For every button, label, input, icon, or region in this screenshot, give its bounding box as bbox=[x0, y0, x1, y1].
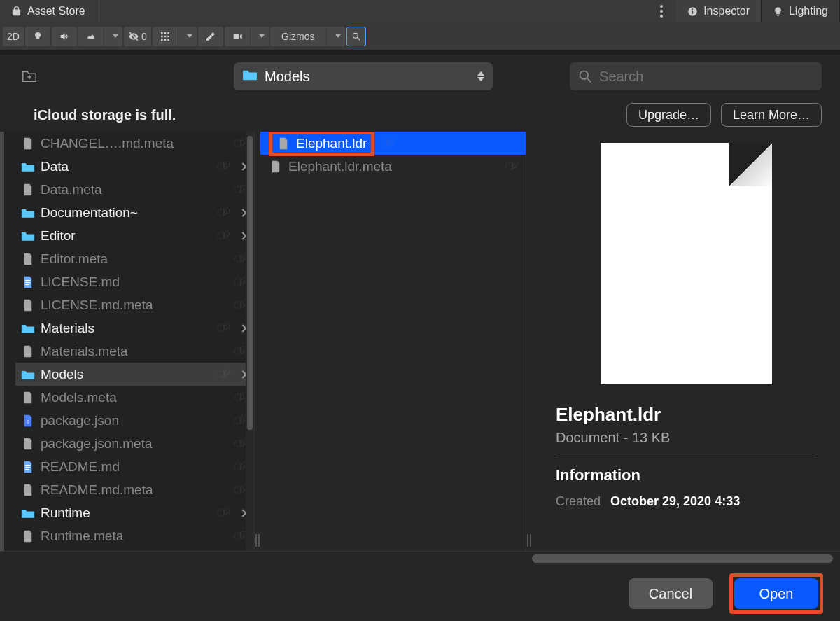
gizmos-button[interactable]: Gizmos bbox=[270, 27, 326, 46]
column-2[interactable]: Elephant.ldrElephant.ldr.meta bbox=[260, 132, 526, 551]
svg-point-53 bbox=[218, 370, 227, 377]
new-folder-button[interactable] bbox=[18, 66, 41, 87]
file-row[interactable]: Elephant.ldr.meta bbox=[260, 155, 526, 178]
audio-icon[interactable] bbox=[52, 27, 77, 46]
tab-asset-store[interactable]: Asset Store bbox=[0, 0, 97, 22]
horizontal-scrollbar[interactable] bbox=[0, 551, 840, 566]
tools-icon[interactable] bbox=[198, 27, 223, 46]
tab-lighting[interactable]: Lighting bbox=[762, 0, 840, 22]
folder-icon bbox=[242, 69, 258, 84]
file-row[interactable]: Elephant.ldr bbox=[260, 132, 526, 155]
svg-point-27 bbox=[224, 231, 230, 237]
svg-point-54 bbox=[224, 370, 230, 375]
highlight-box: Elephant.ldr bbox=[269, 132, 374, 156]
svg-point-18 bbox=[234, 186, 244, 192]
file-name: Elephant.ldr.meta bbox=[288, 159, 499, 174]
btn-2d[interactable]: 2D bbox=[3, 27, 24, 46]
cloud-alert-icon bbox=[505, 159, 520, 174]
open-button[interactable]: Open bbox=[734, 578, 818, 609]
file-row[interactable]: README.md bbox=[15, 455, 254, 478]
cloud-alert-icon bbox=[216, 367, 232, 382]
svg-point-40 bbox=[240, 283, 241, 284]
svg-point-33 bbox=[240, 260, 241, 261]
grid-dropdown[interactable] bbox=[178, 27, 197, 46]
folder-icon bbox=[21, 507, 35, 519]
file-row[interactable]: Editor bbox=[15, 224, 254, 247]
cloud-alert-icon bbox=[216, 205, 232, 221]
file-icon bbox=[21, 137, 35, 150]
fx-dropdown[interactable] bbox=[104, 27, 122, 46]
tab-inspector[interactable]: Inspector bbox=[676, 0, 762, 22]
cancel-button[interactable]: Cancel bbox=[629, 578, 713, 609]
file-row[interactable]: {}package.json bbox=[15, 409, 254, 432]
file-name: Editor bbox=[41, 228, 211, 244]
file-name: package.json.meta bbox=[41, 436, 227, 452]
file-name: CHANGEL….md.meta bbox=[41, 136, 227, 151]
svg-point-22 bbox=[218, 209, 227, 215]
column-resize-grip[interactable] bbox=[255, 132, 260, 551]
svg-point-81 bbox=[218, 509, 227, 515]
learn-more-button[interactable]: Learn More… bbox=[721, 103, 822, 127]
file-row[interactable]: Data.meta bbox=[15, 178, 254, 201]
svg-text:{}: {} bbox=[27, 419, 29, 424]
upgrade-button[interactable]: Upgrade… bbox=[626, 103, 711, 127]
svg-point-29 bbox=[223, 237, 225, 238]
file-row[interactable]: Runtime bbox=[15, 501, 254, 524]
scrollbar[interactable] bbox=[246, 132, 254, 551]
file-name: package.json bbox=[41, 413, 227, 428]
svg-rect-35 bbox=[25, 282, 31, 283]
file-icon bbox=[21, 461, 35, 473]
file-name: Data.meta bbox=[41, 182, 227, 197]
folder-icon bbox=[21, 207, 35, 219]
file-row[interactable]: Documentation~ bbox=[15, 201, 254, 224]
search-input[interactable] bbox=[599, 69, 813, 85]
file-row[interactable]: package.json.meta bbox=[15, 432, 254, 455]
file-preview-icon bbox=[601, 143, 772, 384]
svg-point-30 bbox=[234, 255, 244, 261]
file-row[interactable]: LICENSE.md bbox=[15, 270, 254, 293]
file-row[interactable]: Models bbox=[15, 363, 254, 386]
svg-point-49 bbox=[234, 347, 244, 354]
file-row[interactable]: README.md.meta bbox=[15, 478, 254, 501]
column-resize-grip[interactable] bbox=[526, 132, 532, 551]
file-row[interactable]: Editor.meta bbox=[15, 247, 254, 270]
camera-dropdown[interactable] bbox=[251, 27, 269, 46]
icloud-full-bar: iCloud storage is full. Upgrade… Learn M… bbox=[0, 98, 840, 132]
kebab-icon[interactable] bbox=[655, 5, 668, 18]
file-row[interactable]: CHANGEL….md.meta bbox=[15, 132, 254, 155]
svg-point-37 bbox=[234, 278, 244, 284]
file-row[interactable]: Data bbox=[15, 155, 254, 178]
fx-icon[interactable] bbox=[78, 27, 104, 46]
file-row[interactable]: Materials bbox=[15, 316, 254, 340]
bag-icon bbox=[11, 6, 22, 17]
file-icon bbox=[276, 137, 290, 150]
file-row[interactable]: Materials.meta bbox=[15, 340, 254, 363]
svg-point-21 bbox=[240, 190, 241, 192]
svg-point-26 bbox=[218, 232, 227, 238]
search-field[interactable] bbox=[570, 62, 822, 90]
column-1[interactable]: CHANGEL….md.metaDataData.metaDocumentati… bbox=[0, 132, 255, 551]
file-name: Editor.meta bbox=[41, 251, 227, 267]
hidden-toggle[interactable]: 0 bbox=[124, 27, 151, 46]
grid-icon[interactable] bbox=[153, 27, 178, 46]
svg-point-94 bbox=[512, 162, 518, 167]
lightbulb-icon[interactable] bbox=[25, 27, 50, 46]
preview-column: Elephant.ldr Document - 13 KB Informatio… bbox=[532, 132, 840, 551]
svg-point-96 bbox=[512, 167, 513, 169]
svg-point-57 bbox=[234, 393, 244, 400]
camera-icon[interactable] bbox=[225, 27, 250, 46]
dialog-footer: Cancel Open bbox=[0, 566, 840, 621]
search-icon bbox=[578, 69, 592, 83]
svg-rect-72 bbox=[25, 469, 29, 470]
svg-point-80 bbox=[240, 491, 241, 492]
gizmos-dropdown[interactable] bbox=[327, 27, 345, 46]
file-row[interactable]: Models.meta bbox=[15, 386, 254, 409]
search-toggle-icon[interactable] bbox=[346, 27, 366, 46]
folder-path-popup[interactable]: Models bbox=[234, 62, 493, 90]
folder-icon bbox=[21, 230, 35, 242]
file-row[interactable]: Runtime.meta bbox=[15, 524, 254, 547]
cloud-alert-icon bbox=[216, 159, 232, 174]
sidebar-gutter bbox=[0, 132, 4, 551]
svg-point-65 bbox=[240, 421, 241, 423]
file-row[interactable]: LICENSE.md.meta bbox=[15, 293, 254, 316]
